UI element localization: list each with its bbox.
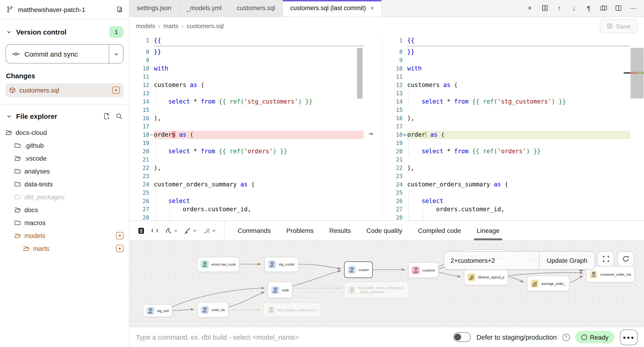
lineage-node-customers-model[interactable]: MDLcustomers — [344, 261, 373, 278]
chevron-down-icon[interactable] — [6, 112, 12, 119]
lineage-canvas[interactable]: SRCecom.raw_customersMDLstg_customersMDL… — [130, 241, 644, 327]
code-line-26[interactable]: 26 select — [383, 197, 631, 205]
diff-overview-ruler[interactable] — [630, 35, 644, 221]
code-line-18[interactable]: 18+order as ( — [383, 130, 631, 139]
panel-tab-problems[interactable]: Problems — [280, 221, 320, 241]
code-line-10[interactable]: 10with — [383, 64, 631, 72]
defer-toggle[interactable] — [454, 332, 471, 342]
sidebar-file-item-dbt-packages[interactable]: dbt_packages — [6, 191, 124, 203]
code-line-23[interactable]: 23 — [130, 172, 364, 180]
code-line-16[interactable]: 16), — [383, 114, 631, 122]
code-line-19[interactable]: 19 — [130, 139, 364, 147]
sidebar-file-item-marts[interactable]: marts — [6, 242, 124, 255]
tab-customers-sql-last-commit-[interactable]: customers.sql (last commit)× — [283, 0, 382, 16]
sidebar-file-item-docs[interactable]: docs — [6, 203, 124, 216]
move-up-icon[interactable]: ↑ — [553, 2, 566, 15]
breadcrumb-part[interactable]: marts — [164, 22, 178, 29]
new-file-icon[interactable] — [102, 112, 111, 120]
panel-tab-compiled-code[interactable]: Compiled code — [412, 221, 468, 241]
code-line-10[interactable]: 10with — [130, 64, 364, 72]
breadcrumb-part[interactable]: customers.sql — [187, 22, 224, 29]
close-icon[interactable]: × — [370, 5, 374, 12]
code-line-14[interactable]: 14 select * from {{ ref('stg_customers')… — [130, 97, 364, 106]
lineage-node-lifetime-spend-pretax[interactable]: METlifetime_spend_pretax — [464, 269, 508, 285]
code-line-24[interactable]: 24customer_orders_summary as ( — [130, 180, 364, 188]
lineage-node-orders[interactable]: MDLorders — [268, 282, 292, 298]
lint-icon[interactable] — [163, 225, 180, 237]
panel-tab-code-quality[interactable]: Code quality — [360, 221, 409, 241]
lineage-node-order-items[interactable]: MDLorder_items — [197, 302, 228, 318]
update-graph-button[interactable]: Update Graph — [539, 252, 595, 269]
sidebar-file-item--github[interactable]: .github — [6, 139, 124, 152]
panel-tab-results[interactable]: Results — [323, 221, 357, 241]
lineage-node-test-supply-costs[interactable]: TSTtest_supply_costs_sum_correctly — [264, 302, 320, 317]
results-table-icon[interactable] — [136, 226, 146, 236]
code-line-26[interactable]: 26 select — [130, 197, 364, 205]
code-line-23[interactable]: 23 — [383, 172, 631, 180]
code-line-8[interactable]: 8}} — [383, 48, 631, 56]
tab--models-yml[interactable]: _models.yml — [179, 0, 230, 16]
refresh-graph-button[interactable] — [617, 251, 634, 267]
tab-customers-sql[interactable]: customers.sql — [230, 0, 283, 16]
tab-settings-json[interactable]: settings.json — [130, 0, 179, 16]
code-line-28[interactable]: 28 — [383, 213, 631, 221]
code-line-15[interactable]: 15 — [383, 106, 631, 114]
move-down-icon[interactable]: ↓ — [568, 2, 580, 15]
code-line-27[interactable]: 27 orders.customer_id, — [130, 205, 364, 213]
code-line-11[interactable]: 11 — [383, 72, 631, 81]
code-line-22[interactable]: 22), — [130, 164, 364, 172]
code-line-12[interactable]: 12customers as ( — [383, 81, 631, 89]
add-icon[interactable]: + — [523, 2, 536, 15]
fullscreen-button[interactable] — [598, 251, 614, 267]
help-icon[interactable]: ? — [562, 334, 570, 341]
map-icon[interactable] — [597, 2, 610, 15]
command-input[interactable]: Type a command, ex. dbt build --select <… — [136, 334, 448, 341]
breadcrumb-part[interactable]: models — [136, 22, 155, 29]
lineage-node-average-order-value[interactable]: METaverage_order_value — [527, 276, 569, 291]
ai-edit-icon[interactable] — [201, 225, 218, 237]
lineage-node-stg-orders[interactable]: MDLstg_orders — [143, 304, 172, 317]
outline-icon[interactable] — [538, 2, 551, 15]
code-line-9[interactable]: 9 — [383, 56, 631, 64]
lineage-node-stg-customers[interactable]: MDLstg_customers — [264, 257, 298, 272]
code-line-28[interactable]: 28 — [130, 213, 364, 221]
lineage-node-customers-semantic[interactable]: SEMcustomers — [408, 262, 438, 278]
lineage-node-raw-customers[interactable]: SRCecom.raw_customers — [197, 257, 240, 272]
sidebar-file-item-data-tests[interactable]: data-tests — [6, 178, 124, 191]
sidebar-file-item-docs-cloud[interactable]: docs-cloud — [6, 126, 124, 139]
panel-tab-lineage[interactable]: Lineage — [470, 221, 506, 241]
diff-editor[interactable]: 1{{8}}910with1112customers as (1314 sele… — [130, 35, 644, 221]
code-line-20[interactable]: 20 select * from {{ ref('orders') }} — [130, 147, 364, 155]
code-line-24[interactable]: 24customer_orders_summary as ( — [383, 180, 631, 188]
sidebar-file-item-analyses[interactable]: analyses — [6, 165, 124, 178]
code-line-17[interactable]: 17 — [130, 122, 364, 130]
sidebar-file-item-macros[interactable]: macros — [6, 216, 124, 229]
more-options-button[interactable]: ●●● — [620, 329, 638, 345]
split-editor-icon[interactable] — [612, 2, 625, 15]
code-line-13[interactable]: 13 — [130, 89, 364, 97]
format-icon[interactable] — [182, 225, 198, 237]
code-line-16[interactable]: 16), — [130, 114, 364, 122]
code-line-18[interactable]: 18−orders as ( — [130, 130, 364, 139]
code-line-21[interactable]: 21 — [130, 155, 364, 164]
commit-and-sync-button[interactable]: Commit and sync — [6, 44, 124, 63]
changed-file-customers-sql[interactable]: customers.sql — [6, 83, 124, 97]
code-line-11[interactable]: 11 — [130, 72, 364, 81]
code-line-15[interactable]: 15 — [130, 106, 364, 114]
code-icon[interactable] — [149, 226, 160, 236]
chevron-down-icon[interactable] — [6, 28, 12, 35]
code-line-21[interactable]: 21 — [383, 155, 631, 164]
search-icon[interactable] — [115, 112, 124, 120]
revert-change-arrow-button[interactable]: → — [366, 129, 376, 138]
code-line-19[interactable]: 19 — [383, 139, 631, 147]
copy-icon[interactable] — [115, 5, 124, 14]
code-line-9[interactable]: 9 — [130, 56, 364, 64]
code-line-27[interactable]: 27 orders.customer_id, — [383, 205, 631, 213]
code-line-1[interactable]: 1{{ — [383, 36, 631, 44]
more-icon[interactable]: ⋯ — [626, 2, 640, 15]
status-badge[interactable]: Ready — [575, 331, 614, 343]
code-line-17[interactable]: 17 — [383, 122, 631, 130]
code-line-14[interactable]: 14 select * from {{ ref('stg_customers')… — [383, 97, 631, 106]
commit-options-caret[interactable] — [109, 45, 123, 63]
code-line-25[interactable]: 25 — [130, 188, 364, 197]
